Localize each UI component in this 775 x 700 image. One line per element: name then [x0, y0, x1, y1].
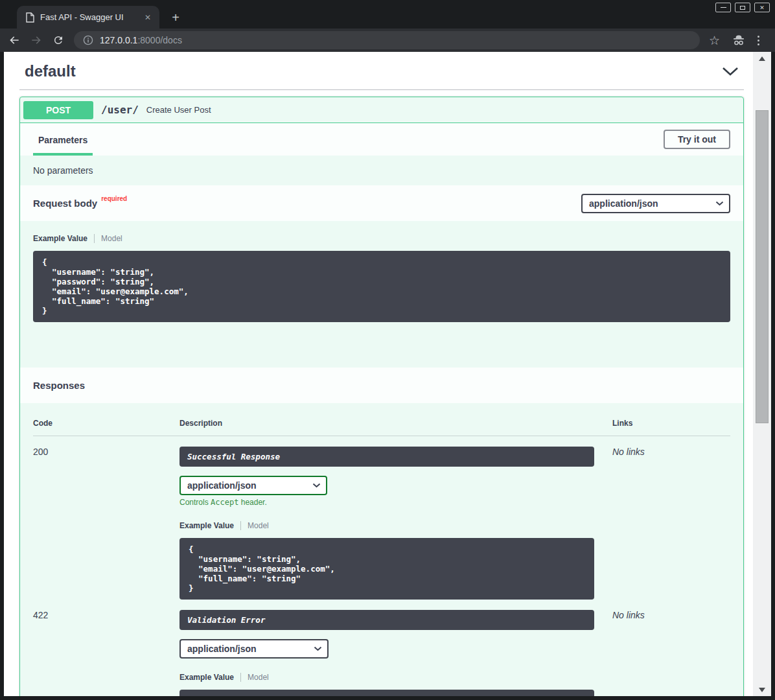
scrollbar-thumb[interactable] — [756, 110, 769, 423]
request-body-header: Request bodyrequired application/json — [20, 185, 743, 221]
url-bar[interactable]: 127.0.0.1:8000/docs — [74, 31, 700, 49]
model-example-tabs: Example Value Model — [179, 521, 612, 530]
request-example-code[interactable]: { "username": "string", "password": "str… — [33, 251, 730, 322]
tab-bar: Fast API - Swagger UI ✕ + ✕ — [0, 0, 775, 29]
tab-model[interactable]: Model — [248, 521, 269, 530]
forward-button[interactable] — [29, 32, 44, 48]
window-controls: ✕ — [715, 3, 770, 12]
model-example-tabs: Example Value Model — [179, 673, 612, 682]
bookmark-star-icon[interactable]: ☆ — [709, 34, 720, 47]
tab-separator — [240, 521, 241, 530]
minimize-icon — [721, 7, 726, 8]
responses-title: Responses — [33, 380, 85, 391]
page-content: default POST /user/ Create User Post Par… — [4, 52, 753, 696]
site-info-icon[interactable] — [83, 35, 93, 45]
responses-table: Code Description Links 200 Successful Re… — [20, 403, 743, 696]
parameters-header: Parameters Try it out — [20, 123, 743, 156]
response-422-description-cell: Validation Error application/json — [179, 610, 612, 696]
response-links: No links — [612, 447, 730, 600]
back-button[interactable] — [6, 32, 22, 48]
incognito-icon — [732, 34, 746, 46]
response-422-example-code[interactable]: { "detail": [ { — [179, 690, 594, 696]
scroll-up-icon[interactable] — [753, 53, 771, 64]
response-200-media-type-select[interactable]: application/json — [179, 476, 327, 495]
try-it-out-button[interactable]: Try it out — [664, 130, 730, 149]
endpoint-description: Create User Post — [146, 105, 211, 115]
maximize-button[interactable] — [735, 3, 750, 12]
response-200-description-cell: Successful Response application/json — [179, 447, 612, 600]
response-description: Validation Error — [179, 610, 594, 630]
column-description: Description — [179, 419, 612, 428]
browser-toolbar: 127.0.0.1:8000/docs ☆ — [0, 29, 775, 52]
group-divider — [19, 89, 744, 90]
request-body-example-section: Example Value Model { "username": "strin… — [20, 221, 743, 368]
responses-header: Responses — [20, 368, 743, 403]
browser-menu-icon[interactable] — [758, 36, 759, 45]
close-button[interactable]: ✕ — [754, 3, 770, 12]
tab-model[interactable]: Model — [248, 673, 269, 682]
response-description: Successful Response — [179, 447, 594, 467]
response-code: 200 — [33, 447, 179, 600]
column-links: Links — [612, 419, 730, 428]
endpoint-path: /user/ — [101, 104, 139, 116]
collapse-chevron-icon[interactable] — [722, 67, 739, 76]
response-row-422: 422 Validation Error application/json — [33, 600, 730, 696]
request-body-title: Request bodyrequired — [33, 198, 127, 209]
tab-model[interactable]: Model — [101, 234, 122, 243]
new-tab-button[interactable]: + — [167, 9, 184, 26]
browser-window: Fast API - Swagger UI ✕ + ✕ — [0, 0, 775, 700]
tab-separator — [94, 234, 95, 243]
toolbar-right-icons: ☆ — [709, 34, 759, 47]
url-text: 127.0.0.1:8000/docs — [100, 35, 182, 45]
page-icon — [26, 12, 34, 23]
column-code: Code — [33, 419, 179, 428]
tab-title: Fast API - Swagger UI — [40, 12, 137, 22]
response-row-200: 200 Successful Response application/json — [33, 436, 730, 600]
no-parameters-message: No parameters — [20, 156, 743, 185]
minimize-button[interactable] — [715, 3, 731, 12]
model-example-tabs: Example Value Model — [33, 234, 730, 243]
endpoint-summary[interactable]: POST /user/ Create User Post — [20, 97, 743, 123]
response-links: No links — [612, 610, 730, 696]
api-group-header[interactable]: default — [19, 60, 744, 80]
controls-accept-note: Controls Accept header. — [179, 498, 612, 507]
tab-example-value[interactable]: Example Value — [33, 234, 87, 243]
http-method-badge[interactable]: POST — [23, 101, 93, 119]
group-title: default — [25, 62, 76, 80]
scrollbar[interactable] — [753, 52, 771, 696]
close-icon: ✕ — [759, 5, 765, 11]
endpoint-block: POST /user/ Create User Post Parameters … — [19, 97, 744, 696]
reload-button[interactable] — [51, 32, 66, 48]
request-media-type-select[interactable]: application/json — [581, 194, 730, 213]
scroll-down-icon[interactable] — [753, 684, 771, 695]
maximize-icon — [740, 6, 745, 10]
tab-close-icon[interactable]: ✕ — [143, 13, 153, 22]
tab-parameters[interactable]: Parameters — [33, 135, 93, 156]
required-badge: required — [101, 195, 127, 202]
responses-table-head: Code Description Links — [33, 419, 730, 436]
response-422-media-type-select[interactable]: application/json — [179, 639, 329, 659]
response-200-example-code[interactable]: { "username": "string", "email": "user@e… — [179, 538, 594, 600]
browser-tab[interactable]: Fast API - Swagger UI ✕ — [17, 6, 159, 29]
tab-separator — [240, 673, 241, 682]
tab-example-value[interactable]: Example Value — [179, 521, 234, 530]
response-code: 422 — [33, 610, 179, 696]
tab-example-value[interactable]: Example Value — [179, 673, 234, 682]
